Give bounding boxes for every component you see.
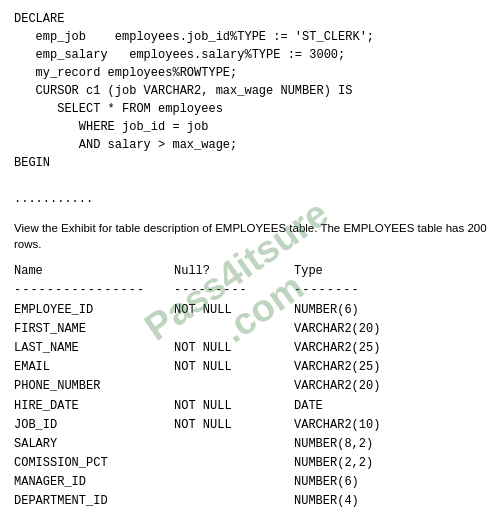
col-sep-name: ----------------	[14, 281, 174, 300]
code-line-2: emp_job employees.job_id%TYPE := 'ST_CLE…	[14, 28, 488, 46]
cell-null	[174, 320, 294, 339]
table-row: PHONE_NUMBER VARCHAR2(20)	[14, 377, 488, 396]
col-sep-null: ---------	[174, 281, 294, 300]
code-line-5: CURSOR c1 (job VARCHAR2, max_wage NUMBER…	[14, 82, 488, 100]
cell-type: NUMBER(8,2)	[294, 435, 373, 454]
code-line-1: DECLARE	[14, 10, 488, 28]
cell-type: VARCHAR2(10)	[294, 416, 380, 435]
cell-type: NUMBER(6)	[294, 473, 359, 492]
cell-name: MANAGER_ID	[14, 473, 174, 492]
cell-type: VARCHAR2(25)	[294, 358, 380, 377]
table-row: SALARY NUMBER(8,2)	[14, 435, 488, 454]
cell-name: HIRE_DATE	[14, 397, 174, 416]
table-row: EMAIL NOT NULL VARCHAR2(25)	[14, 358, 488, 377]
cell-type: VARCHAR2(20)	[294, 320, 380, 339]
code-block: DECLARE emp_job employees.job_id%TYPE :=…	[14, 10, 488, 208]
code-line-4: my_record employees%ROWTYPE;	[14, 64, 488, 82]
cell-name: COMISSION_PCT	[14, 454, 174, 473]
cell-null	[174, 377, 294, 396]
cell-name: EMPLOYEE_ID	[14, 301, 174, 320]
table-separator-row: ---------------- --------- --------	[14, 281, 488, 300]
code-line-7: WHERE job_id = job	[14, 118, 488, 136]
col-header-name: Name	[14, 262, 174, 281]
code-line-9: BEGIN	[14, 154, 488, 172]
table-header-row: Name Null? Type	[14, 262, 488, 281]
cell-null: NOT NULL	[174, 301, 294, 320]
employees-table: Name Null? Type ---------------- -------…	[14, 262, 488, 511]
cell-name: PHONE_NUMBER	[14, 377, 174, 396]
cell-null	[174, 435, 294, 454]
code-line-11: ...........	[14, 190, 488, 208]
cell-null: NOT NULL	[174, 358, 294, 377]
cell-null: NOT NULL	[174, 397, 294, 416]
table-row: COMISSION_PCT NUMBER(2,2)	[14, 454, 488, 473]
cell-name: SALARY	[14, 435, 174, 454]
cell-null: NOT NULL	[174, 416, 294, 435]
code-line-3: emp_salary employees.salary%TYPE := 3000…	[14, 46, 488, 64]
cell-name: FIRST_NAME	[14, 320, 174, 339]
cell-type: NUMBER(6)	[294, 301, 359, 320]
cell-type: NUMBER(4)	[294, 492, 359, 511]
description-text: View the Exhibit for table description o…	[14, 220, 488, 252]
code-line-6: SELECT * FROM employees	[14, 100, 488, 118]
cell-name: LAST_NAME	[14, 339, 174, 358]
cell-type: NUMBER(2,2)	[294, 454, 373, 473]
table-row: LAST_NAME NOT NULL VARCHAR2(25)	[14, 339, 488, 358]
code-line-8: AND salary > max_wage;	[14, 136, 488, 154]
cell-type: VARCHAR2(20)	[294, 377, 380, 396]
cell-name: EMAIL	[14, 358, 174, 377]
code-line-10	[14, 172, 488, 190]
table-row: EMPLOYEE_ID NOT NULL NUMBER(6)	[14, 301, 488, 320]
table-row: HIRE_DATE NOT NULL DATE	[14, 397, 488, 416]
cell-null	[174, 473, 294, 492]
cell-name: DEPARTMENT_ID	[14, 492, 174, 511]
main-container: DECLARE emp_job employees.job_id%TYPE :=…	[0, 0, 502, 522]
cell-null	[174, 492, 294, 511]
col-header-null: Null?	[174, 262, 294, 281]
cell-null: NOT NULL	[174, 339, 294, 358]
cell-type: VARCHAR2(25)	[294, 339, 380, 358]
table-row: JOB_ID NOT NULL VARCHAR2(10)	[14, 416, 488, 435]
cell-name: JOB_ID	[14, 416, 174, 435]
cell-null	[174, 454, 294, 473]
col-header-type: Type	[294, 262, 323, 281]
table-row: FIRST_NAME VARCHAR2(20)	[14, 320, 488, 339]
cell-type: DATE	[294, 397, 323, 416]
col-sep-type: --------	[294, 281, 360, 300]
table-row: DEPARTMENT_ID NUMBER(4)	[14, 492, 488, 511]
table-row: MANAGER_ID NUMBER(6)	[14, 473, 488, 492]
